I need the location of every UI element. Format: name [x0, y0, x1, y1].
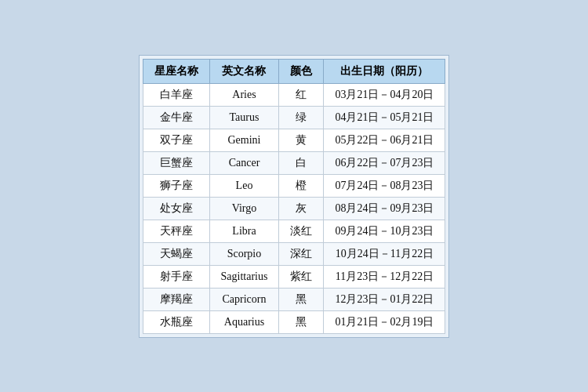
- table-cell: 深红: [279, 242, 324, 265]
- table-cell: 绿: [279, 106, 324, 129]
- table-row: 天蝎座Scorpio深红10月24日－11月22日: [143, 242, 445, 265]
- table-cell: 射手座: [143, 265, 209, 288]
- table-cell: Gemini: [209, 129, 279, 151]
- table-cell: 天蝎座: [143, 242, 209, 265]
- table-cell: 白: [279, 151, 324, 174]
- table-cell: 10月24日－11月22日: [324, 242, 445, 265]
- zodiac-table-wrapper: 星座名称英文名称颜色出生日期（阳历） 白羊座Aries红03月21日－04月20…: [139, 55, 450, 338]
- column-header: 出生日期（阳历）: [324, 59, 445, 83]
- table-row: 白羊座Aries红03月21日－04月20日: [143, 83, 445, 106]
- table-cell: 12月23日－01月22日: [324, 288, 445, 310]
- table-cell: 红: [279, 83, 324, 106]
- table-cell: 09月24日－10月23日: [324, 220, 445, 242]
- table-cell: 巨蟹座: [143, 151, 209, 174]
- table-cell: 11月23日－12月22日: [324, 265, 445, 288]
- table-cell: 08月24日－09月23日: [324, 197, 445, 220]
- table-cell: 07月24日－08月23日: [324, 174, 445, 197]
- table-cell: 黑: [279, 288, 324, 310]
- table-cell: 01月21日－02月19日: [324, 310, 445, 333]
- table-row: 双子座Gemini黄05月22日－06月21日: [143, 129, 445, 151]
- table-row: 射手座Sagittarius紫红11月23日－12月22日: [143, 265, 445, 288]
- table-cell: Libra: [209, 220, 279, 242]
- table-cell: 水瓶座: [143, 310, 209, 333]
- table-cell: 黑: [279, 310, 324, 333]
- table-cell: 金牛座: [143, 106, 209, 129]
- table-cell: Scorpio: [209, 242, 279, 265]
- table-cell: Leo: [209, 174, 279, 197]
- table-cell: 狮子座: [143, 174, 209, 197]
- table-row: 水瓶座Aquarius黑01月21日－02月19日: [143, 310, 445, 333]
- zodiac-table: 星座名称英文名称颜色出生日期（阳历） 白羊座Aries红03月21日－04月20…: [143, 59, 446, 334]
- column-header: 颜色: [279, 59, 324, 83]
- table-cell: 摩羯座: [143, 288, 209, 310]
- table-cell: 03月21日－04月20日: [324, 83, 445, 106]
- table-cell: Capricorn: [209, 288, 279, 310]
- table-cell: Taurus: [209, 106, 279, 129]
- column-header: 星座名称: [143, 59, 209, 83]
- column-header: 英文名称: [209, 59, 279, 83]
- table-cell: 白羊座: [143, 83, 209, 106]
- table-cell: 双子座: [143, 129, 209, 151]
- table-cell: Virgo: [209, 197, 279, 220]
- table-header-row: 星座名称英文名称颜色出生日期（阳历）: [143, 59, 445, 83]
- table-cell: Aquarius: [209, 310, 279, 333]
- table-cell: Sagittarius: [209, 265, 279, 288]
- table-cell: 05月22日－06月21日: [324, 129, 445, 151]
- table-cell: 处女座: [143, 197, 209, 220]
- table-row: 摩羯座Capricorn黑12月23日－01月22日: [143, 288, 445, 310]
- table-cell: Aries: [209, 83, 279, 106]
- table-row: 处女座Virgo灰08月24日－09月23日: [143, 197, 445, 220]
- table-cell: 04月21日－05月21日: [324, 106, 445, 129]
- table-cell: Cancer: [209, 151, 279, 174]
- table-cell: 橙: [279, 174, 324, 197]
- table-row: 天秤座Libra淡红09月24日－10月23日: [143, 220, 445, 242]
- table-cell: 06月22日－07月23日: [324, 151, 445, 174]
- table-cell: 紫红: [279, 265, 324, 288]
- table-cell: 天秤座: [143, 220, 209, 242]
- table-cell: 淡红: [279, 220, 324, 242]
- table-row: 巨蟹座Cancer白06月22日－07月23日: [143, 151, 445, 174]
- table-cell: 灰: [279, 197, 324, 220]
- table-row: 金牛座Taurus绿04月21日－05月21日: [143, 106, 445, 129]
- table-cell: 黄: [279, 129, 324, 151]
- table-row: 狮子座Leo橙07月24日－08月23日: [143, 174, 445, 197]
